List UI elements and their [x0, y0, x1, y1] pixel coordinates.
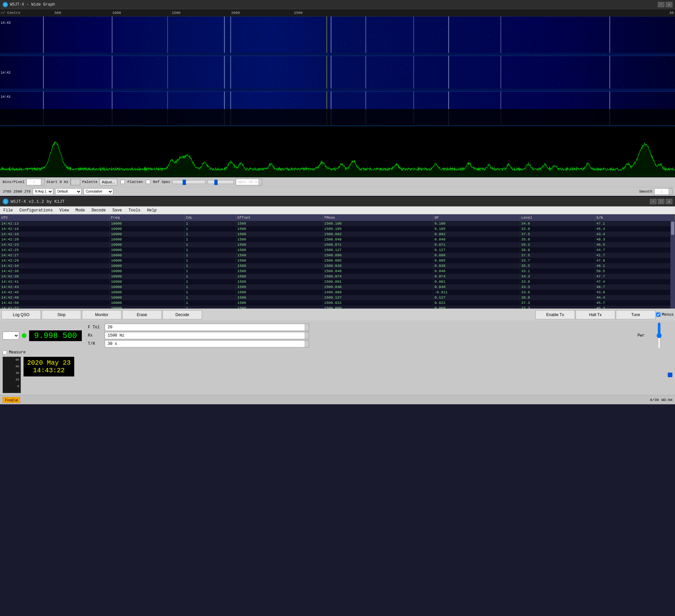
pwr-slider[interactable] [646, 322, 672, 349]
table-cell: 44.7 [595, 248, 675, 253]
spec-down[interactable]: ▼ [259, 182, 262, 185]
table-cell: 1 [184, 269, 236, 274]
monitor-btn[interactable]: Monitor [82, 310, 122, 320]
table-row[interactable]: 14:42:3910000115001500.0740.07434.347.7 [0, 274, 675, 279]
minimize-btn[interactable]: ─ [658, 2, 664, 7]
menu-decode[interactable]: Decode [88, 206, 109, 214]
level-60: 60 [15, 365, 19, 368]
table-row[interactable]: 14:42:1810000115001500.0920.09237.543.4 [0, 231, 675, 237]
band-select[interactable] [3, 332, 19, 340]
freq-row: 9.998 500 F Tol 20 ▲ ▼ Rx 15 [3, 322, 672, 349]
measure-checkbox[interactable] [3, 350, 7, 355]
adjust-btn[interactable]: Adjust... [99, 179, 117, 185]
table-scrollbar[interactable] [670, 221, 675, 309]
rx-arrows[interactable]: ▲ ▼ [305, 332, 309, 339]
ref-slider-2[interactable] [207, 180, 234, 184]
smooth-spinner[interactable]: 1 ▲ ▼ [654, 188, 672, 195]
table-row[interactable]: 14:42:2710000115001500.0900.09037.541.7 [0, 253, 675, 258]
table-cell: 1500.005 [323, 258, 433, 263]
ref-spec-checkbox[interactable] [146, 180, 150, 184]
table-row[interactable]: 14:42:4110000115001500.0010.00133.947.4 [0, 279, 675, 284]
table-row[interactable]: 14:42:2910000115001500.0050.00533.747.9 [0, 258, 675, 263]
ftol-arrows[interactable]: ▲ ▼ [305, 324, 309, 331]
table-cell: 14:42:36 [0, 269, 109, 274]
menu-file[interactable]: File [0, 206, 16, 214]
table-cell: 38.8 [520, 295, 595, 300]
table-cell: 1500 [236, 279, 323, 284]
table-row[interactable]: 14:42:2510000115001500.1270.12738.844.7 [0, 248, 675, 253]
menu-save[interactable]: Save [109, 206, 125, 214]
start-down[interactable]: ▼ [71, 182, 80, 185]
spec-up[interactable]: ▲ [259, 179, 262, 182]
table-cell: 1500.048 [323, 237, 433, 242]
bins-pixel-spinner[interactable]: 2 ▲ ▼ [26, 179, 45, 185]
ref-thumb-2[interactable] [214, 180, 218, 185]
bins-pixel-down[interactable]: ▼ [41, 182, 44, 185]
rx-up[interactable]: ▲ [305, 332, 309, 336]
erase-btn[interactable]: Erase [122, 310, 162, 320]
smooth-up[interactable]: ▲ [669, 189, 672, 192]
smooth-arrows[interactable]: ▲ ▼ [669, 189, 672, 195]
start-arrows[interactable]: ▲ ▼ [71, 179, 80, 185]
spec-spinner[interactable]: Spec 30 % ▲ ▼ [236, 179, 262, 185]
tr-arrows[interactable]: ▲ ▼ [305, 341, 309, 347]
tune-btn[interactable]: Tune [616, 310, 656, 320]
table-row[interactable]: 14:42:5310000115001500.0600.06037.346.3 [0, 305, 675, 309]
menu-help[interactable]: Help [144, 206, 160, 214]
table-cell: 14:42:43 [0, 284, 109, 290]
tr-up[interactable]: ▲ [305, 341, 309, 344]
bins-pixel-up[interactable]: ▲ [41, 179, 44, 182]
smooth-down[interactable]: ▼ [669, 192, 672, 195]
bins-pixel-arrows[interactable]: ▲ ▼ [41, 179, 44, 185]
main-minimize-btn[interactable]: ─ [650, 199, 657, 204]
ftol-down[interactable]: ▼ [305, 327, 309, 331]
start-spinner[interactable]: ▲ ▼ [70, 179, 80, 185]
palette-select[interactable]: Default Blend Cyan [55, 188, 82, 195]
decode-btn[interactable]: Decode [162, 310, 202, 320]
cumulative-select[interactable]: Cumulative Current [84, 188, 113, 195]
table-cell: 1500 [236, 258, 323, 263]
table-cell: 10000 [109, 305, 184, 309]
table-row[interactable]: 14:42:5010000115001500.0220.02237.345.7 [0, 300, 675, 305]
table-row[interactable]: 14:42:1610000115001500.1850.18532.845.4 [0, 226, 675, 231]
table-cell: 37.5 [520, 253, 595, 258]
table-row[interactable]: 14:42:2310000115001500.0710.07135.246.5 [0, 242, 675, 248]
flatten-checkbox[interactable] [121, 180, 125, 184]
table-row[interactable]: 14:42:4310000115001500.0400.04033.348.7 [0, 284, 675, 290]
menu-tools[interactable]: Tools [125, 206, 144, 214]
spec-arrows[interactable]: ▲ ▼ [258, 179, 262, 185]
table-row[interactable]: 14:42:2010000115001500.0480.04835.048.3 [0, 237, 675, 242]
close-btn[interactable]: ✕ [666, 2, 672, 7]
ref-slider-1[interactable] [172, 180, 205, 184]
freq-30: 30 [669, 11, 674, 15]
table-cell: 47.1 [595, 221, 675, 226]
table-row[interactable]: 14:42:3410000115001500.0390.03935.548.1 [0, 263, 675, 269]
menu-view[interactable]: View [56, 206, 72, 214]
table-cell: 1500 [236, 226, 323, 231]
action-buttons: Log QSO Stop Monitor Erase Decode Enable… [0, 309, 675, 320]
main-maximize-btn[interactable]: □ [658, 199, 664, 204]
menu-mode[interactable]: Mode [72, 206, 88, 214]
table-row[interactable]: 14:42:1310000115001500.1000.10034.047.1 [0, 221, 675, 226]
ref-thumb-1[interactable] [182, 180, 186, 185]
menus-checkbox[interactable] [656, 313, 661, 317]
stop-btn[interactable]: Stop [42, 310, 81, 320]
tr-down[interactable]: ▼ [305, 344, 309, 347]
table-cell: 1500.040 [323, 269, 433, 274]
rx-down[interactable]: ▼ [305, 336, 309, 339]
enable-tx-btn[interactable]: Enable Tx [535, 310, 575, 320]
spectrum-canvas [0, 126, 675, 178]
freq-cal-btn[interactable]: FreqCal [3, 397, 20, 403]
table-row[interactable]: 14:42:4610000115001499.989-0.01133.643.9 [0, 290, 675, 295]
menu-configurations[interactable]: Configurations [16, 206, 56, 214]
ftol-up[interactable]: ▲ [305, 324, 309, 327]
scroll-thumb[interactable] [671, 222, 674, 235]
halt-tx-btn[interactable]: Halt Tx [576, 310, 615, 320]
pwr-row: Pwr [638, 322, 672, 349]
table-row[interactable]: 14:42:4810000115001500.1270.12738.844.4 [0, 295, 675, 300]
table-row[interactable]: 14:42:3610000115001500.0400.04033.150.5 [0, 269, 675, 274]
navg-select[interactable]: N Avg 1 N Avg 2 N Avg 3 [33, 188, 53, 195]
log-qso-btn[interactable]: Log QSO [1, 310, 41, 320]
main-close-btn[interactable]: ✕ [666, 199, 672, 204]
start-up[interactable]: ▲ [71, 179, 80, 182]
